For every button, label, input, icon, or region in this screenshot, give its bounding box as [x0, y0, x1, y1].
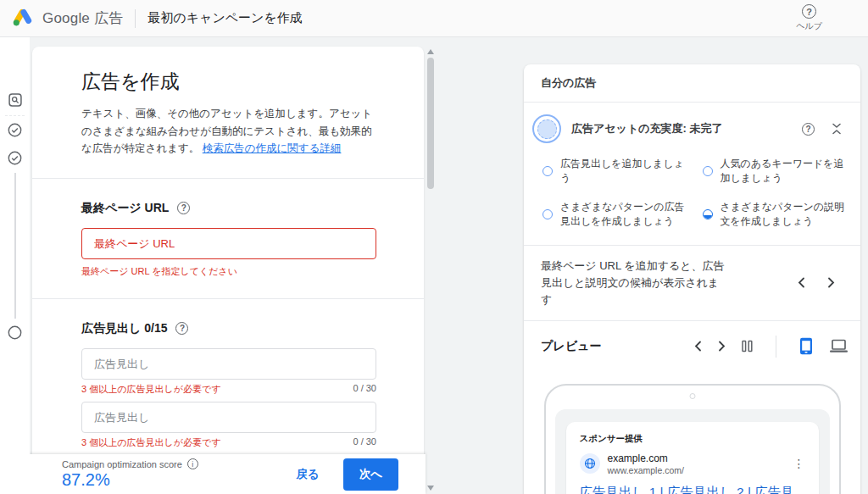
ad-preview-card: スポンサー提供 example.com www.example.com/ ⋮: [566, 422, 819, 494]
step-connector-line: [14, 173, 16, 319]
headline-counter: 0 / 30: [353, 383, 376, 396]
pause-icon[interactable]: [742, 340, 753, 352]
checklist-state-icon: [703, 209, 713, 219]
ad-strength-row: 広告アセットの充実度: 未完了 ?: [524, 103, 860, 153]
preview-next-icon[interactable]: [718, 341, 726, 352]
preview-prev-icon[interactable]: [694, 341, 702, 352]
suggestion-next-icon[interactable]: [827, 277, 835, 288]
brand-logo[interactable]: Google 広告: [12, 6, 123, 31]
next-button[interactable]: 次へ: [343, 458, 398, 491]
headline-field-row: 3 個以上の広告見出しが必要です 0 / 30: [81, 348, 376, 396]
phone-screen: スポンサー提供 example.com www.example.com/ ⋮: [555, 409, 830, 494]
toolbar-divider: [776, 336, 776, 358]
sponsored-label: スポンサー提供: [580, 433, 805, 445]
search-ad-step-icon[interactable]: [0, 93, 30, 107]
final-url-label: 最終ページ URL: [81, 201, 169, 216]
suggestion-note: 最終ページ URL を追加すると、広告見出しと説明文の候補が表示されます: [541, 258, 726, 308]
ad-display-url: www.example.com/: [608, 465, 786, 475]
form-footer-bar: Campaign optimization score i 87.2% 戻る 次…: [30, 454, 426, 494]
scrollbar-down-arrow[interactable]: [427, 486, 434, 491]
headlines-label: 広告見出し 0/15: [81, 321, 167, 336]
headlines-help-icon[interactable]: ?: [175, 322, 188, 335]
mobile-preview-icon[interactable]: [799, 337, 813, 355]
final-url-section: 最終ページ URL ? 最終ページ URL を指定してください: [32, 179, 424, 299]
ad-strength-label: 広告アセットの充実度: 未完了: [571, 121, 792, 136]
checklist-state-icon: [542, 166, 553, 176]
intro-section: 広告を作成 テキスト、画像、その他のアセットを追加します。アセットのさまざまな組…: [32, 47, 424, 179]
checklist-state-icon: [542, 209, 553, 219]
globe-favicon-icon: [580, 453, 600, 474]
panel-title: 自分の広告: [524, 64, 860, 103]
preview-title: プレビュー: [541, 339, 694, 354]
rail-divider: [5, 115, 25, 116]
suggestion-carousel: 最終ページ URL を追加すると、広告見出しと説明文の候補が表示されます: [524, 246, 860, 320]
scrollbar-up-arrow[interactable]: [427, 49, 434, 54]
form-scrollbar[interactable]: [426, 47, 437, 494]
suggestion-prev-icon[interactable]: [798, 277, 805, 288]
kebab-menu-icon[interactable]: ⋮: [793, 458, 805, 469]
headline-counter: 0 / 30: [353, 436, 376, 449]
phone-camera-dot: [689, 393, 695, 399]
headline-input-2[interactable]: [81, 402, 376, 433]
checklist-state-icon: [703, 166, 713, 176]
header-divider: [135, 9, 136, 28]
ad-domain: example.com: [608, 452, 786, 464]
final-url-help-icon[interactable]: ?: [177, 202, 190, 214]
checklist-item[interactable]: 広告見出しを追加しましょう: [542, 157, 689, 186]
top-app-bar: Google 広告 最初のキャンペーンを作成 ? ヘルプ: [0, 0, 868, 37]
pending-step-icon[interactable]: [0, 325, 30, 340]
google-ads-logo-icon: [12, 6, 34, 31]
headline-error: 3 個以上の広告見出しが必要です: [81, 436, 220, 449]
google-ads-campaign-page: Google 広告 最初のキャンペーンを作成 ? ヘルプ 広告を作成: [0, 0, 868, 494]
completed-step-icon[interactable]: [0, 151, 30, 165]
learn-more-link[interactable]: 検索広告の作成に関する詳細: [203, 142, 342, 154]
completed-step-icon[interactable]: [0, 123, 30, 137]
checklist-item[interactable]: さまざまなパターンの説明文を作成しましょう: [703, 200, 849, 230]
my-ads-panel: 自分の広告 広告アセットの充実度: 未完了 ? 広告見出しを追加しましょう 人気…: [524, 64, 860, 494]
ad-strength-checklist: 広告見出しを追加しましょう 人気のあるキーワードを追加しましょう さまざまなパタ…: [524, 153, 860, 245]
headline-input-1[interactable]: [81, 348, 376, 380]
headline-field-row: 3 個以上の広告見出しが必要です 0 / 30: [81, 402, 376, 449]
final-url-error: 最終ページ URL を指定してください: [81, 265, 376, 278]
help-icon: ?: [802, 4, 816, 19]
ad-headline[interactable]: 広告見出し 1 | 広告見出し 2 | 広告見出し 3: [580, 483, 805, 494]
help-button[interactable]: ? ヘルプ: [796, 4, 822, 32]
progress-rail: [0, 37, 30, 494]
phone-preview: スポンサー提供 example.com www.example.com/ ⋮: [524, 370, 860, 494]
headline-error: 3 個以上の広告見出しが必要です: [81, 383, 220, 396]
desktop-preview-icon[interactable]: [829, 339, 849, 353]
info-icon[interactable]: i: [187, 458, 198, 469]
checklist-item[interactable]: さまざまなパターンの広告見出しを作成しましょう: [542, 200, 689, 230]
page-title: 最初のキャンペーンを作成: [147, 10, 302, 26]
phone-frame: スポンサー提供 example.com www.example.com/ ⋮: [544, 384, 841, 494]
section-title: 広告を作成: [81, 69, 376, 95]
brand-name: Google 広告: [42, 8, 123, 28]
create-ad-form-card: 広告を作成 テキスト、画像、その他のアセットを追加します。アセットのさまざまな組…: [32, 47, 424, 494]
final-url-input[interactable]: [81, 228, 376, 259]
preview-toolbar: プレビュー: [524, 321, 860, 370]
checklist-item[interactable]: 人気のあるキーワードを追加しましょう: [703, 157, 849, 186]
back-button[interactable]: 戻る: [296, 467, 319, 482]
ad-strength-gauge-icon: [532, 114, 561, 143]
optimization-score-value: 87.2%: [62, 470, 198, 490]
scrollbar-thumb[interactable]: [427, 58, 434, 189]
ad-strength-help-icon[interactable]: ?: [802, 123, 815, 136]
help-label: ヘルプ: [796, 20, 822, 32]
optimization-score-label: Campaign optimization score: [62, 459, 182, 469]
collapse-icon[interactable]: [832, 123, 842, 135]
